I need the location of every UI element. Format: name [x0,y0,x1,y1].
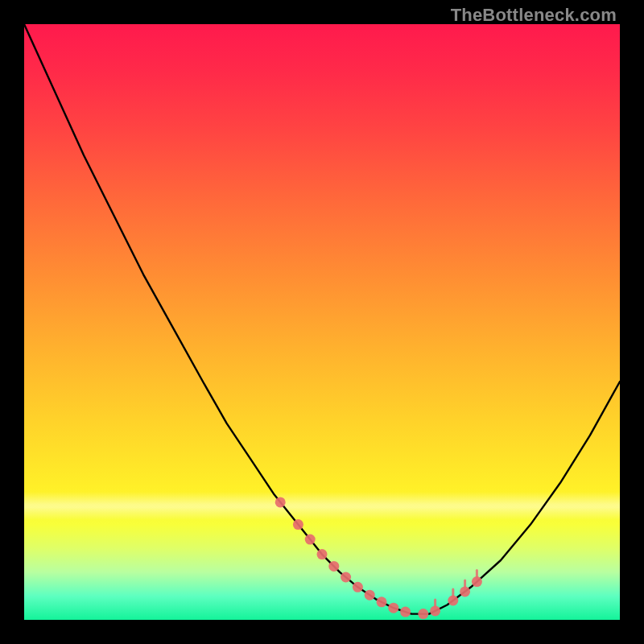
curve-marker-dot [388,603,398,613]
curve-marker-dot [365,590,375,601]
curve-marker-dot [418,609,428,619]
curve-marker-dot [400,607,411,617]
curve-marker-dot [377,597,387,607]
chart-stage: TheBottleneck.com [0,0,644,644]
curve-marker-dot [317,549,328,559]
curve-svg [24,24,620,620]
curve-marker-dots [275,497,482,619]
curve-marker-dot [293,519,303,530]
plot-area [24,24,620,620]
curve-marker-dot [341,572,351,583]
curve-marker-dot [305,535,316,545]
curve-marker-dot [328,561,339,572]
watermark-text: TheBottleneck.com [451,5,617,26]
curve-marker-dot [353,582,363,592]
bottleneck-curve-path [24,24,620,614]
curve-marker-dot [275,497,286,507]
